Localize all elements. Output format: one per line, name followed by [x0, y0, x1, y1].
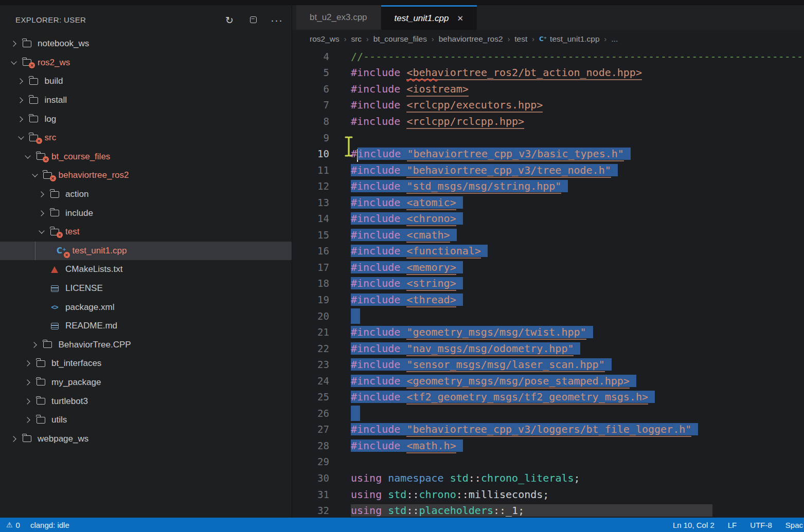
tab-test-unit1-cpp[interactable]: test_unit1.cpp✕ — [381, 5, 477, 30]
code-line-10[interactable]: 10#include "behaviortree_cpp_v3/basic_ty… — [292, 145, 804, 162]
code-token: #include — [351, 99, 400, 111]
code-line-16[interactable]: 16#include <functional> — [292, 243, 804, 260]
breadcrumb-item[interactable]: ros2_ws — [310, 34, 340, 44]
code-line-4[interactable]: 4//-------------------------------------… — [292, 48, 804, 65]
tree-item-my-package[interactable]: my_package — [0, 373, 292, 392]
more-actions-icon[interactable]: ··· — [271, 14, 282, 26]
tree-item-webpage-ws[interactable]: webpage_ws — [0, 429, 292, 448]
tree-item-behaviortree-ros2[interactable]: ×behaviortree_ros2 — [0, 166, 292, 185]
tree-item-package-xml[interactable]: <>package.xml — [0, 298, 292, 317]
line-number: 19 — [292, 294, 329, 305]
line-number: 28 — [292, 440, 329, 451]
tree-item-utils[interactable]: utils — [0, 411, 292, 430]
error-badge-icon: × — [57, 232, 63, 238]
collapse-folders-icon[interactable] — [247, 14, 259, 26]
selection-range: include "behaviortree_cpp_v3/basic_types… — [358, 148, 631, 160]
code-line-26[interactable]: 26 — [292, 405, 804, 421]
tree-item-include[interactable]: include — [0, 204, 292, 223]
code-line-22[interactable]: 22#include "nav_msgs/msg/odometry.hpp" — [292, 340, 804, 357]
book-file-icon — [48, 285, 61, 292]
tree-item-notebook-ws[interactable]: notebook_ws — [0, 34, 292, 53]
code-line-9[interactable]: 9 — [292, 130, 804, 146]
code-line-20[interactable]: 20 — [292, 308, 804, 324]
tree-item-bt-course-files[interactable]: ×bt_course_files — [0, 148, 292, 167]
explorer-sidebar: EXPLORER: USER ↻··· notebook_ws×ros2_wsb… — [0, 5, 292, 518]
tree-item-label: BehaviorTree.CPP — [59, 340, 131, 350]
tree-item-label: install — [45, 95, 67, 105]
code-line-23[interactable]: 23#include "sensor_msgs/msg/laser_scan.h… — [292, 356, 804, 373]
tree-item-readme-md[interactable]: README.md — [0, 317, 292, 336]
code-line-25[interactable]: 25#include <tf2_geometry_msgs/tf2_geomet… — [292, 389, 804, 405]
code-line-29[interactable]: 29 — [292, 454, 804, 470]
code-line-24[interactable]: 24#include <geometry_msgs/msg/pose_stamp… — [292, 373, 804, 389]
code-line-19[interactable]: 19#include <thread> — [292, 291, 804, 308]
code-line-18[interactable]: 18#include <string> — [292, 276, 804, 292]
tree-item-turtlebot3[interactable]: turtlebot3 — [0, 392, 292, 411]
breadcrumb-item[interactable]: src — [351, 34, 362, 44]
code-token: #include — [351, 342, 400, 355]
close-tab-icon[interactable]: ✕ — [457, 14, 463, 23]
tree-item-test-unit1-cpp[interactable]: C⁺×test_unit1.cpp — [0, 242, 292, 261]
code-line-17[interactable]: 17#include <memory> — [292, 259, 804, 276]
tab-bt-u2-ex3-cpp[interactable]: bt_u2_ex3.cpp — [296, 5, 381, 30]
code-token — [400, 423, 406, 435]
vscode-window: EXPLORER: USER ↻··· notebook_ws×ros2_wsb… — [0, 0, 804, 532]
chevron-right-icon — [21, 399, 34, 403]
breadcrumb-item[interactable]: C⁺test_unit1.cpp — [539, 34, 600, 44]
tree-item-test[interactable]: ×test — [0, 223, 292, 242]
tree-item-behaviortree-cpp[interactable]: BehaviorTree.CPP — [0, 336, 292, 355]
breadcrumb-item[interactable]: bt_course_files — [373, 34, 427, 44]
status-problems[interactable]: ⚠0 — [6, 521, 20, 529]
line-number: 8 — [292, 116, 329, 127]
explorer-actions: ↻··· — [224, 14, 282, 26]
code-line-11[interactable]: 11#include "behaviortree_cpp_v3/tree_nod… — [292, 162, 804, 178]
status-text: 0 — [16, 521, 20, 529]
folder-icon — [34, 379, 47, 386]
code-line-5[interactable]: 5#include <behaviortree_ros2/bt_action_n… — [292, 65, 804, 81]
tree-item-action[interactable]: action — [0, 185, 292, 204]
code-line-31[interactable]: 31using std::chrono::milliseconds; — [292, 486, 804, 503]
code-line-12[interactable]: 12#include "std_msgs/msg/string.hpp" — [292, 178, 804, 194]
refresh-explorer-icon[interactable]: ↻ — [224, 14, 235, 26]
selection-range: #include "std_msgs/msg/string.hpp" — [351, 180, 568, 192]
breadcrumb-item[interactable]: ... — [611, 34, 618, 44]
tree-item-bt-interfaces[interactable]: bt_interfaces — [0, 354, 292, 373]
tree-item-install[interactable]: install — [0, 91, 292, 110]
code-line-28[interactable]: 28#include <math.h> — [292, 437, 804, 454]
window-top-strip — [0, 0, 804, 5]
tree-item-ros2-ws[interactable]: ×ros2_ws — [0, 53, 292, 72]
breadcrumb-separator-icon: › — [432, 35, 434, 43]
code-line-30[interactable]: 30using namespace std::chrono_literals; — [292, 470, 804, 486]
code-token: //--------------------------------------… — [351, 50, 804, 63]
code-line-6[interactable]: 6#include <iostream> — [292, 81, 804, 97]
status-encoding[interactable]: UTF-8 — [750, 521, 772, 529]
breadcrumb-item[interactable]: behaviortree_ros2 — [439, 34, 503, 44]
status-clangd-status[interactable]: clangd: idle — [30, 521, 69, 529]
code-line-14[interactable]: 14#include <chrono> — [292, 210, 804, 227]
breadcrumb-label: ... — [611, 34, 618, 44]
code-editor[interactable]: 4//-------------------------------------… — [292, 48, 804, 518]
code-line-27[interactable]: 27#include "behaviortree_cpp_v3/loggers/… — [292, 421, 804, 438]
code-line-7[interactable]: 7#include <rclcpp/executors.hpp> — [292, 97, 804, 114]
code-token: #include — [351, 212, 400, 225]
tree-item-label: log — [45, 114, 57, 124]
code-line-21[interactable]: 21#include "geometry_msgs/msg/twist.hpp" — [292, 324, 804, 340]
tree-item-log[interactable]: log — [0, 109, 292, 129]
status-cursor-position[interactable]: Ln 10, Col 2 — [673, 521, 714, 529]
code-line-32[interactable]: 32using std::placeholders::_1; — [292, 502, 804, 518]
code-line-15[interactable]: 15#include <cmath> — [292, 227, 804, 243]
breadcrumb-item[interactable]: test — [514, 34, 527, 44]
line-number: 24 — [292, 375, 329, 387]
code-token: <functional> — [406, 245, 481, 259]
tree-item-license[interactable]: LICENSE — [0, 279, 292, 298]
tree-item-cmakelists-txt[interactable]: CMakeLists.txt — [0, 260, 292, 279]
tree-item-src[interactable]: ×src — [0, 129, 292, 148]
tree-item-build[interactable]: build — [0, 72, 292, 91]
code-token: "std_msgs/msg/string.hpp" — [406, 180, 561, 194]
line-number: 21 — [292, 326, 329, 338]
code-token — [400, 293, 406, 306]
code-line-8[interactable]: 8#include <rclcpp/rclcpp.hpp> — [292, 113, 804, 130]
status-eol-sequence[interactable]: LF — [728, 521, 737, 529]
code-line-13[interactable]: 13#include <atomic> — [292, 194, 804, 211]
status-indentation[interactable]: Spac — [785, 521, 803, 529]
